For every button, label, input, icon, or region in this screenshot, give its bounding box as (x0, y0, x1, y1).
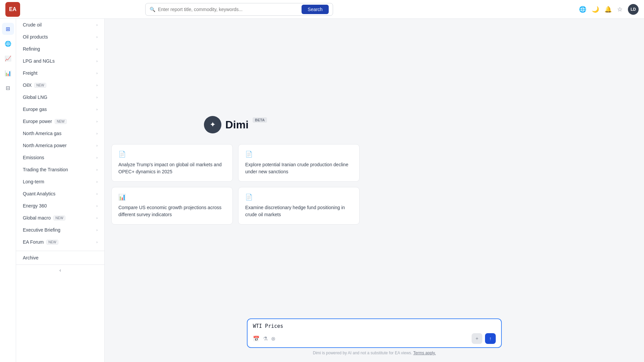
nav-item-left: Long-term (23, 179, 44, 184)
chevron-icon: › (96, 47, 98, 51)
suggestion-card-1[interactable]: 📄 Explore potential Iranian crude produc… (238, 144, 360, 182)
bottom-input-area: 📅 ⚗ ⊗ ＋ ↑ Dimi is powered by AI and not … (105, 313, 366, 362)
chevron-icon: › (96, 156, 98, 160)
disclaimer: Dimi is powered by AI and not a substitu… (313, 351, 366, 355)
nav-item-label: North America power (23, 143, 67, 148)
sidebar-item-trading-the-transition[interactable]: Trading the Transition › (16, 164, 104, 176)
chevron-icon: › (96, 143, 98, 147)
nav-item-label: Refining (23, 46, 40, 52)
nav-item-label: EA Forum (23, 239, 44, 245)
dimi-logo: ✦ (204, 116, 221, 133)
language-icon[interactable]: 🌐 (579, 6, 586, 13)
nav-item-label: LPG and NGLs (23, 58, 55, 64)
nav-item-label: Energy 360 (23, 203, 47, 208)
search-input[interactable] (158, 7, 302, 12)
avatar[interactable]: LD (628, 4, 639, 15)
new-badge: NEW (46, 240, 58, 245)
sidebar-item-quant-analytics[interactable]: Quant Analytics › (16, 188, 104, 200)
main-content: ✦ Dimi BETA 📄 Analyze Trump's impact on … (105, 19, 366, 362)
sidebar-item-north-america-gas[interactable]: North America gas › (16, 127, 104, 139)
chat-input[interactable] (253, 323, 366, 329)
sidebar-item-global-lng[interactable]: Global LNG › (16, 91, 104, 103)
chevron-icon: › (96, 71, 98, 75)
nav-item-label: Europe gas (23, 107, 47, 112)
card-text: Compare US economic growth projections a… (118, 204, 226, 218)
new-badge: NEW (53, 216, 65, 221)
nav-item-label: Oil products (23, 34, 48, 40)
card-text: Explore potential Iranian crude producti… (245, 161, 353, 175)
sidebar-item-energy-360[interactable]: Energy 360 › (16, 200, 104, 212)
nav-item-label: Freight (23, 70, 38, 76)
nav-item-left: Emissions (23, 155, 44, 160)
sidebar-item-ea-forum[interactable]: EA Forum NEW › (16, 236, 104, 248)
nav-item-label: Executive Briefing (23, 227, 60, 233)
sidebar-item-refining[interactable]: Refining › (16, 43, 104, 55)
chevron-icon: › (96, 83, 98, 87)
nav-item-left: Global LNG (23, 95, 47, 100)
collapse-sidebar-button[interactable]: ‹ (16, 264, 104, 276)
archive-link[interactable]: Archive (16, 251, 104, 264)
chevron-icon: › (96, 23, 98, 27)
icon-sidebar-globe[interactable]: 🌐 (2, 38, 14, 50)
sidebar-item-oilx[interactable]: OilX NEW › (16, 79, 104, 91)
theme-icon[interactable]: 🌙 (592, 6, 599, 13)
suggestion-card-0[interactable]: 📄 Analyze Trump's impact on global oil m… (111, 144, 233, 182)
nav-item-left: OilX NEW (23, 82, 46, 88)
nav-item-label: Europe power (23, 119, 52, 124)
chevron-icon: › (96, 119, 98, 123)
nav-item-left: EA Forum NEW (23, 239, 58, 245)
sidebar-item-global-macro[interactable]: Global macro NEW › (16, 212, 104, 224)
sidebar-item-crude-oil[interactable]: Crude oil › (16, 19, 104, 31)
new-badge: NEW (34, 83, 46, 88)
search-icon: 🔍 (150, 7, 155, 12)
icon-sidebar-chart[interactable]: 📈 (2, 52, 14, 64)
search-button[interactable]: Search (302, 5, 328, 14)
sidebar-item-freight[interactable]: Freight › (16, 67, 104, 79)
card-icon: 📊 (118, 193, 226, 201)
sidebar-item-europe-gas[interactable]: Europe gas › (16, 103, 104, 115)
chat-input-box: 📅 ⚗ ⊗ ＋ ↑ (247, 318, 366, 348)
new-badge: NEW (55, 119, 66, 124)
ea-logo[interactable]: EA (5, 2, 20, 17)
icon-sidebar-home[interactable]: ⊞ (2, 23, 14, 35)
chevron-icon: › (96, 240, 98, 244)
chevron-icon: › (96, 59, 98, 63)
nav-item-label: Global LNG (23, 95, 47, 100)
sidebar-item-north-america-power[interactable]: North America power › (16, 139, 104, 152)
icon-sidebar-grid[interactable]: ⊟ (2, 82, 14, 94)
nav-item-label: North America gas (23, 131, 61, 136)
dimi-beta-badge: BETA (253, 117, 267, 123)
suggestion-cards: 📄 Analyze Trump's impact on global oil m… (111, 144, 360, 225)
sidebar-item-oil-products[interactable]: Oil products › (16, 31, 104, 43)
suggestion-card-2[interactable]: 📊 Compare US economic growth projections… (111, 187, 233, 225)
notification-icon[interactable]: 🔔 (604, 6, 612, 13)
chevron-icon: › (96, 131, 98, 135)
icon-sidebar-analytics[interactable]: 📊 (2, 67, 14, 79)
suggestion-card-3[interactable]: 📄 Examine discretionary hedge fund posit… (238, 187, 360, 225)
nav-item-left: LPG and NGLs (23, 58, 55, 64)
nav-item-left: Crude oil (23, 22, 42, 27)
nav-sidebar: Crude oil › Oil products › Refining › LP… (16, 19, 105, 362)
sidebar-item-executive-briefing[interactable]: Executive Briefing › (16, 224, 104, 236)
sidebar-item-emissions[interactable]: Emissions › (16, 152, 104, 164)
nav-item-left: Oil products (23, 34, 48, 40)
card-icon: 📄 (245, 193, 353, 201)
nav-item-label: Global macro (23, 215, 51, 221)
dimi-header: ✦ Dimi BETA (204, 116, 267, 133)
chevron-icon: › (96, 95, 98, 99)
dimi-title: Dimi (225, 119, 249, 131)
calendar-icon[interactable]: 📅 (253, 336, 260, 342)
nav-item-left: Trading the Transition (23, 167, 68, 172)
nav-item-left: Europe gas (23, 107, 47, 112)
nav-item-label: Emissions (23, 155, 44, 160)
star-icon[interactable]: ☆ (617, 6, 623, 13)
top-navigation: EA 🔍 Search 🌐 🌙 🔔 ☆ LD (0, 0, 644, 19)
sidebar-item-lpg-and-ngls[interactable]: LPG and NGLs › (16, 55, 104, 67)
card-text: Examine discretionary hedge fund positio… (245, 204, 353, 218)
close-icon[interactable]: ⊗ (271, 336, 275, 342)
chevron-icon: › (96, 35, 98, 39)
sidebar-item-long-term[interactable]: Long-term › (16, 176, 104, 188)
chat-input-actions: 📅 ⚗ ⊗ ＋ ↑ (253, 333, 366, 344)
sidebar-item-europe-power[interactable]: Europe power NEW › (16, 115, 104, 127)
filter-icon[interactable]: ⚗ (263, 336, 268, 342)
